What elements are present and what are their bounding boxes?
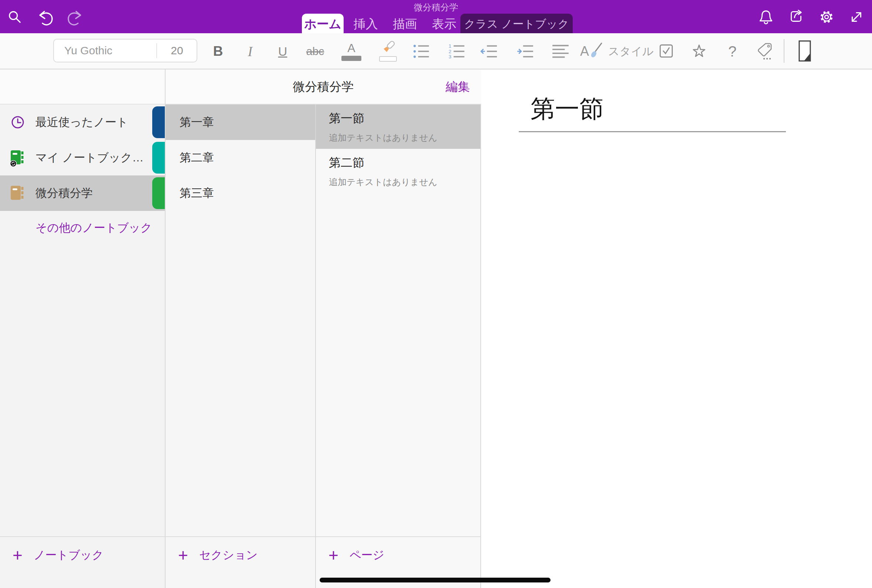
add-section-button[interactable]: + セクション <box>165 536 315 588</box>
fullscreen-button[interactable] <box>848 8 865 26</box>
tab-class-notebook[interactable]: クラス ノートブック <box>461 14 573 33</box>
notebook-pane-header: 微分積分学 編集 <box>165 69 481 105</box>
search-button[interactable] <box>6 8 24 26</box>
share-icon <box>788 9 805 26</box>
svg-text:2: 2 <box>449 49 452 54</box>
font-name-value: Yu Gothic <box>64 39 112 62</box>
undo-button[interactable] <box>36 8 54 26</box>
question-tag-button[interactable]: ? <box>721 38 743 64</box>
add-notebook-label: ノートブック <box>34 544 104 566</box>
section-item-1[interactable]: 第一章 <box>165 105 315 140</box>
highlighter-button[interactable] <box>377 38 399 64</box>
highlighter-icon <box>377 40 399 63</box>
tag-icon <box>755 42 774 61</box>
expand-icon <box>848 9 865 26</box>
add-section-label: セクション <box>199 544 258 566</box>
important-tag-button[interactable] <box>688 38 710 64</box>
sidebar-item-label: 微分積分学 <box>36 185 93 201</box>
tab-draw[interactable]: 描画 <box>387 14 423 33</box>
styles-button[interactable]: A スタイル <box>580 38 654 64</box>
settings-button[interactable] <box>818 8 835 26</box>
page-item-title: 第一節 <box>329 110 480 127</box>
page-item-subtitle: 追加テキストはありません <box>329 176 480 188</box>
home-indicator[interactable] <box>320 578 551 582</box>
toolbar-divider <box>784 39 785 63</box>
notebook-color-tab[interactable] <box>152 177 165 209</box>
more-notebooks-link[interactable]: その他のノートブック <box>36 220 152 236</box>
page-item-1[interactable]: 第一節 追加テキストはありません <box>316 105 480 149</box>
bulleted-list-icon <box>412 42 431 61</box>
numbered-list-button[interactable]: 1 2 3 <box>446 38 468 64</box>
gear-icon <box>818 9 835 26</box>
page-pane: 第一節 追加テキストはありません 第二節 追加テキストはありません + ページ <box>316 69 481 588</box>
redo-icon <box>66 8 84 26</box>
tab-insert[interactable]: 挿入 <box>347 14 384 33</box>
strikethrough-icon: abc <box>306 45 324 58</box>
section-pane: 第一章 第二章 第三章 + セクション <box>165 69 316 588</box>
notebook-color-tab[interactable] <box>152 106 165 138</box>
page-canvas[interactable]: 第一節 <box>481 69 872 588</box>
bulleted-list-button[interactable] <box>411 38 433 64</box>
notebook-color-tab[interactable] <box>152 142 165 174</box>
outdent-icon <box>480 42 498 61</box>
page-background-button[interactable] <box>794 38 816 64</box>
sidebar-item-label: 最近使ったノート <box>36 114 128 130</box>
search-icon <box>6 9 23 26</box>
page-item-subtitle: 追加テキストはありません <box>329 132 480 144</box>
tab-view[interactable]: 表示 <box>426 14 462 33</box>
section-list: 第一章 第二章 第三章 <box>165 105 315 211</box>
font-color-swatch <box>341 56 361 61</box>
notebook-sidebar: 最近使ったノート マイ ノートブック… <box>0 69 165 588</box>
todo-checkbox-icon <box>658 43 675 60</box>
page-background-icon <box>795 40 814 63</box>
tab-home[interactable]: ホーム <box>302 14 344 33</box>
bold-icon: B <box>213 44 223 59</box>
sidebar-item-calculus[interactable]: 微分積分学 <box>0 176 165 211</box>
plus-icon: + <box>12 544 23 566</box>
share-button[interactable] <box>787 8 805 26</box>
sidebar-item-my-notebook[interactable]: マイ ノートブック… <box>0 140 165 176</box>
my-notebook-icon <box>9 149 27 166</box>
more-tags-button[interactable] <box>753 38 776 64</box>
align-icon <box>551 42 570 61</box>
font-color-button[interactable]: A <box>340 38 362 64</box>
page-item-title: 第二節 <box>329 155 480 171</box>
page-title-field[interactable]: 第一節 <box>531 92 604 126</box>
undo-icon <box>36 8 54 26</box>
add-notebook-button[interactable]: + ノートブック <box>0 536 165 588</box>
sidebar-item-label: マイ ノートブック… <box>36 150 144 165</box>
window-title: 微分積分学 <box>0 2 872 13</box>
page-item-2[interactable]: 第二節 追加テキストはありません <box>316 149 480 193</box>
italic-button[interactable]: I <box>239 38 261 64</box>
font-selector[interactable]: Yu Gothic 20 <box>53 39 197 62</box>
svg-text:3: 3 <box>449 54 452 60</box>
numbered-list-icon: 1 2 3 <box>448 42 466 61</box>
plus-icon: + <box>329 544 338 566</box>
sidebar-header <box>0 69 165 105</box>
question-icon: ? <box>728 43 736 60</box>
section-item-2[interactable]: 第二章 <box>165 140 315 176</box>
top-bar: 微分積分学 ホーム 挿入 描画 表示 クラス ノートブック <box>0 0 872 33</box>
format-toolbar: Yu Gothic 20 B I U abc A <box>0 33 872 69</box>
calculus-notebook-icon <box>9 184 27 202</box>
todo-tag-button[interactable] <box>656 38 678 64</box>
star-icon <box>690 42 708 60</box>
indent-button[interactable] <box>514 38 536 64</box>
font-color-icon: A <box>347 42 355 54</box>
section-item-3[interactable]: 第三章 <box>165 176 315 211</box>
page-title-underline <box>519 131 786 132</box>
bold-button[interactable]: B <box>207 38 229 64</box>
notebook-title: 微分積分学 <box>165 69 481 104</box>
notifications-button[interactable] <box>757 8 775 26</box>
underline-icon: U <box>278 44 287 59</box>
strikethrough-button[interactable]: abc <box>304 38 326 64</box>
underline-button[interactable]: U <box>272 38 294 64</box>
outdent-button[interactable] <box>478 38 500 64</box>
sidebar-item-recent-notes[interactable]: 最近使ったノート <box>0 105 165 140</box>
redo-button[interactable] <box>66 8 84 26</box>
add-page-label: ページ <box>350 544 384 566</box>
edit-button[interactable]: 編集 <box>446 69 470 104</box>
indent-icon <box>516 42 535 61</box>
font-size-value[interactable]: 20 <box>157 39 197 62</box>
alignment-button[interactable] <box>549 38 572 64</box>
